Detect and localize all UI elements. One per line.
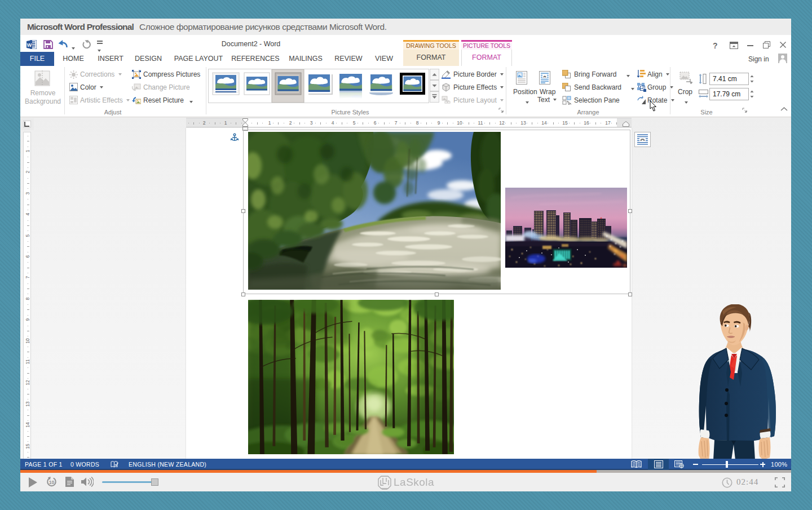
svg-text:10: 10: [49, 480, 55, 485]
svg-text:W: W: [27, 42, 32, 48]
